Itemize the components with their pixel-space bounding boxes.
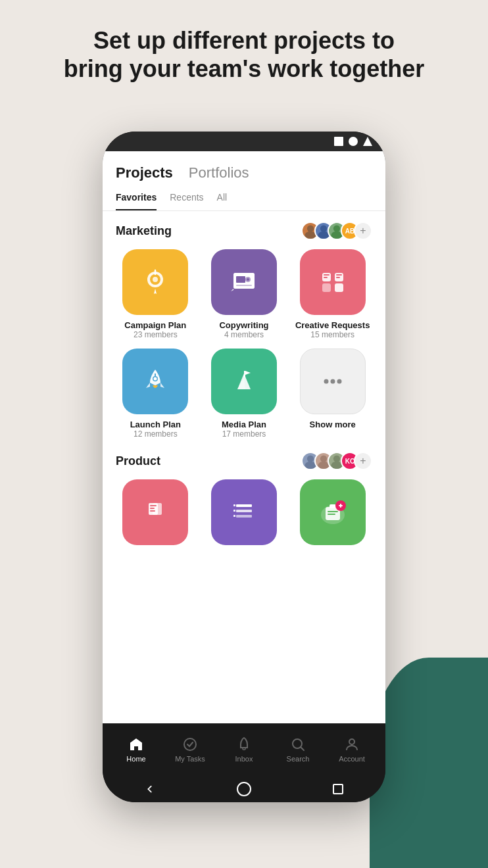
product-title: Product [116,454,160,468]
phone-screen: Projects Portfolios Favorites Recents Al… [103,151,385,723]
svg-rect-36 [153,503,162,515]
launch-plan-icon [122,349,188,414]
svg-rect-20 [324,277,328,278]
product-icon-1 [122,479,188,545]
content-area: Marketing AB + [103,211,385,704]
marketing-section-header: Marketing AB + [116,222,372,240]
nav-inbox[interactable]: Inbox [217,736,271,763]
svg-rect-38 [150,508,155,509]
svg-point-57 [349,739,354,744]
android-home-button[interactable] [235,780,253,798]
nav-search[interactable]: Search [271,736,325,763]
copywriting-members: 4 members [224,330,264,339]
project-media-plan[interactable]: Media Plan 17 members [205,349,284,439]
inbox-icon-wrap [236,736,252,752]
android-recent-button[interactable] [329,780,347,798]
project-campaign-plan[interactable]: Campaign Plan 23 members [116,249,195,339]
svg-rect-22 [336,277,340,278]
sub-tab-favorites[interactable]: Favorites [116,192,157,210]
svg-rect-39 [150,510,155,512]
avatar-plus[interactable]: + [354,222,372,240]
media-plan-name: Media Plan [222,420,266,429]
svg-rect-18 [335,283,343,292]
svg-rect-17 [322,283,331,292]
check-circle-icon [182,736,198,752]
sub-tab-all[interactable]: All [217,192,228,210]
svg-point-26 [324,379,328,384]
svg-point-24 [154,377,157,381]
nav-account-label: Account [339,755,365,763]
search-icon [290,736,306,752]
project-show-more[interactable]: Show more [293,349,372,439]
background-shape [370,658,488,868]
svg-point-31 [320,455,327,462]
show-more-icon [300,349,366,414]
creative-requests-members: 15 members [310,330,354,339]
svg-point-14 [247,278,249,281]
project-launch-plan[interactable]: Launch Plan 12 members [116,349,195,439]
creative-requests-icon [300,249,366,315]
svg-rect-43 [233,504,235,506]
android-back-button[interactable] [141,780,159,798]
svg-point-0 [307,225,314,231]
svg-rect-13 [236,285,252,286]
svg-rect-40 [236,504,252,507]
bell-icon [236,736,252,752]
nav-my-tasks-label: My Tasks [175,755,205,763]
svg-rect-49 [328,511,338,512]
marketing-projects-grid: Campaign Plan 23 members [116,249,372,439]
campaign-plan-icon [122,249,188,315]
sub-tab-recents[interactable]: Recents [170,192,203,210]
product-icon-2 [211,479,277,545]
launch-plan-name: Launch Plan [130,420,181,429]
copywriting-name: Copywriting [219,320,268,330]
nav-inbox-label: Inbox [235,755,253,763]
svg-point-27 [330,379,335,384]
product-section-header: Product KC + [116,452,372,470]
nav-home[interactable]: Home [109,736,163,763]
copywriting-icon [211,249,277,315]
signal-icon [334,137,343,146]
project-copywriting[interactable]: Copywriting 4 members [205,249,284,339]
tab-portfolios[interactable]: Portfolios [189,164,249,184]
svg-rect-41 [236,510,252,512]
product-projects-grid [116,479,372,550]
svg-rect-55 [243,748,245,750]
campaign-plan-name: Campaign Plan [124,320,186,330]
person-icon [344,736,360,752]
svg-rect-42 [236,515,252,518]
product-project-3[interactable] [293,479,372,550]
svg-point-2 [320,225,327,231]
wifi-icon [349,137,358,146]
svg-point-4 [333,225,340,231]
svg-rect-21 [336,274,342,276]
product-project-1[interactable] [116,479,195,550]
campaign-plan-members: 23 members [134,330,178,339]
sub-tabs-bar: Favorites Recents All [103,184,385,211]
phone-frame: Projects Portfolios Favorites Recents Al… [103,132,385,802]
svg-point-33 [333,455,340,462]
page-header: Set up different projects to bring your … [0,26,488,83]
app-header: Projects Portfolios [103,151,385,184]
svg-point-29 [307,455,314,462]
creative-requests-name: Creative Requests [295,320,370,330]
product-avatar-plus[interactable]: + [354,452,372,470]
svg-rect-19 [324,274,329,276]
svg-rect-11 [236,276,245,283]
project-creative-requests[interactable]: Creative Requests 15 members [293,249,372,339]
marketing-avatar-group: AB + [301,222,372,240]
svg-point-8 [153,277,158,282]
media-plan-members: 17 members [222,429,266,439]
svg-rect-44 [233,510,235,512]
product-project-2[interactable] [205,479,284,550]
android-nav-bar [103,776,385,802]
home-icon [128,736,144,752]
battery-icon [363,137,372,146]
tab-projects[interactable]: Projects [116,164,173,184]
svg-rect-25 [244,371,245,377]
nav-account[interactable]: Account [325,736,379,763]
nav-home-label: Home [126,755,145,763]
nav-my-tasks[interactable]: My Tasks [163,736,217,763]
media-plan-icon [211,349,277,414]
svg-point-54 [184,738,196,750]
